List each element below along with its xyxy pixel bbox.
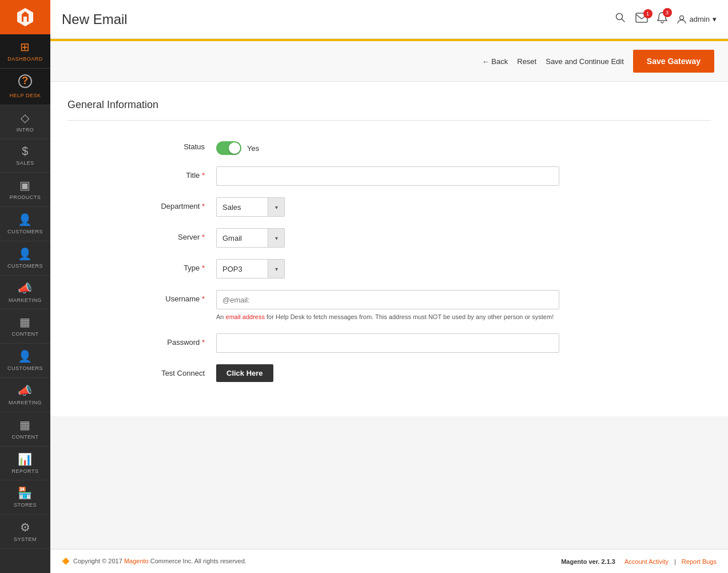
marketing2-icon: 📣 (18, 384, 33, 397)
sidebar-item-dashboard[interactable]: ⊞ DASHBOARD (0, 34, 50, 69)
content2-icon: ▦ (19, 418, 31, 432)
title-label: Title (113, 166, 216, 180)
status-value-label: Yes (247, 144, 259, 153)
marketing1-icon: 📣 (18, 281, 33, 295)
title-control (216, 166, 559, 186)
server-label: Server (113, 228, 216, 241)
search-button[interactable] (615, 12, 626, 26)
products-icon: ▣ (19, 178, 31, 192)
admin-chevron-icon: ▾ (713, 15, 717, 23)
footer-version: Magento ver. 2.1.3 (561, 558, 615, 565)
stores-icon: 🏪 (18, 486, 33, 500)
sidebar-item-customers3[interactable]: 👤 CUSTOMERS (0, 344, 50, 378)
footer-links: Account Activity | Report Bugs (624, 558, 717, 565)
topbar: New Email 1 3 admin ▾ (50, 0, 728, 39)
sidebar-item-stores[interactable]: 🏪 STORES (0, 480, 50, 515)
server-select[interactable]: Gmail Yahoo Outlook Custom (216, 228, 285, 248)
username-input[interactable] (216, 290, 559, 309)
form-area: General Information Status Yes Title (50, 82, 728, 416)
back-button[interactable]: ← Back (482, 57, 508, 66)
password-row: Password (67, 333, 711, 353)
toggle-knob (229, 142, 240, 154)
admin-menu[interactable]: admin ▾ (677, 14, 717, 25)
title-input[interactable] (216, 166, 559, 186)
intro-icon: ◇ (21, 111, 30, 125)
action-bar: ← Back Reset Save and Continue Edit Save… (50, 41, 728, 82)
status-control: Yes (216, 138, 559, 155)
svg-point-0 (616, 14, 622, 20)
content1-icon: ▦ (19, 315, 31, 329)
username-label: Username (113, 290, 216, 303)
svg-line-1 (622, 19, 624, 22)
footer: 🔶 Copyright © 2017 Magento Commerce Inc.… (50, 549, 728, 573)
type-row: Type POP3 IMAP ▾ (67, 259, 711, 278)
customers2-icon: 👤 (18, 247, 33, 261)
department-row: Department Sales Support Billing ▾ (67, 197, 711, 217)
test-connect-control: Click Here (216, 364, 559, 382)
department-select[interactable]: Sales Support Billing (216, 197, 285, 217)
sidebar-item-sales[interactable]: $ SALES (0, 139, 50, 173)
main-content: New Email 1 3 admin ▾ ← Back (50, 0, 728, 573)
password-control (216, 333, 559, 353)
save-gateway-button[interactable]: Save Gateway (633, 50, 714, 73)
sidebar-item-helpdesk[interactable]: ? HELP DESK (0, 69, 50, 105)
page-title: New Email (62, 11, 128, 27)
type-select[interactable]: POP3 IMAP (216, 259, 285, 278)
server-control: Gmail Yahoo Outlook Custom ▾ (216, 228, 559, 248)
type-control: POP3 IMAP ▾ (216, 259, 559, 278)
helpdesk-icon: ? (18, 74, 32, 88)
section-title: General Information (67, 99, 711, 121)
status-toggle-wrap: Yes (216, 138, 559, 155)
notification-badge: 3 (663, 8, 672, 17)
footer-copyright: 🔶 Copyright © 2017 Magento Commerce Inc.… (62, 558, 246, 565)
sidebar: ⊞ DASHBOARD ? HELP DESK ◇ INTRO $ SALES … (0, 0, 50, 573)
title-row: Title (67, 166, 711, 186)
save-continue-button[interactable]: Save and Continue Edit (546, 57, 624, 66)
svg-point-3 (679, 15, 683, 19)
content-area: ← Back Reset Save and Continue Edit Save… (50, 41, 728, 549)
sidebar-item-marketing2[interactable]: 📣 MARKETING (0, 378, 50, 412)
reset-button[interactable]: Reset (517, 57, 536, 66)
username-row: Username An email address for Help Desk … (67, 290, 711, 322)
department-control: Sales Support Billing ▾ (216, 197, 559, 217)
topbar-icons: 1 3 admin ▾ (615, 11, 717, 27)
test-connect-button[interactable]: Click Here (216, 364, 273, 382)
footer-copyright-text: Copyright © 2017 Magento Commerce Inc. A… (73, 558, 246, 564)
test-connect-row: Test Connect Click Here (67, 364, 711, 382)
status-label: Status (113, 138, 216, 151)
status-row: Status Yes (67, 138, 711, 155)
sidebar-logo (0, 0, 50, 34)
notifications-button[interactable]: 3 (657, 11, 667, 27)
password-label: Password (113, 333, 216, 347)
sidebar-item-customers2[interactable]: 👤 CUSTOMERS (0, 241, 50, 276)
test-connect-label: Test Connect (113, 364, 216, 377)
system-icon: ⚙ (20, 520, 31, 534)
sidebar-item-content1[interactable]: ▦ CONTENT (0, 309, 50, 344)
customers3-icon: 👤 (18, 349, 33, 363)
sidebar-item-intro[interactable]: ◇ INTRO (0, 105, 50, 140)
sidebar-item-system[interactable]: ⚙ SYSTEM (0, 515, 50, 549)
footer-right: Magento ver. 2.1.3 Account Activity | Re… (561, 558, 717, 565)
sidebar-item-customers1[interactable]: 👤 CUSTOMERS (0, 207, 50, 241)
mail-badge: 1 (643, 9, 653, 18)
username-control: An email address for Help Desk to fetch … (216, 290, 559, 322)
sales-icon: $ (22, 145, 29, 158)
footer-magento-icon: 🔶 (62, 558, 70, 564)
mail-button[interactable]: 1 (635, 13, 648, 26)
type-select-wrap: POP3 IMAP ▾ (216, 259, 285, 278)
sidebar-item-marketing1[interactable]: 📣 MARKETING (0, 276, 50, 310)
status-toggle[interactable] (216, 141, 241, 155)
server-row: Server Gmail Yahoo Outlook Custom ▾ (67, 228, 711, 248)
type-label: Type (113, 259, 216, 272)
sidebar-item-reports[interactable]: 📊 REPORTS (0, 447, 50, 481)
reports-icon: 📊 (18, 452, 33, 466)
report-bugs-link[interactable]: Report Bugs (682, 558, 717, 565)
sidebar-item-content2[interactable]: ▦ CONTENT (0, 412, 50, 447)
password-input[interactable] (216, 333, 559, 353)
department-label: Department (113, 197, 216, 210)
department-select-wrap: Sales Support Billing ▾ (216, 197, 285, 217)
footer-separator: | (674, 558, 676, 565)
sidebar-item-products[interactable]: ▣ PRODUCTS (0, 173, 50, 207)
username-help-text: An email address for Help Desk to fetch … (216, 312, 559, 322)
account-activity-link[interactable]: Account Activity (624, 558, 669, 565)
